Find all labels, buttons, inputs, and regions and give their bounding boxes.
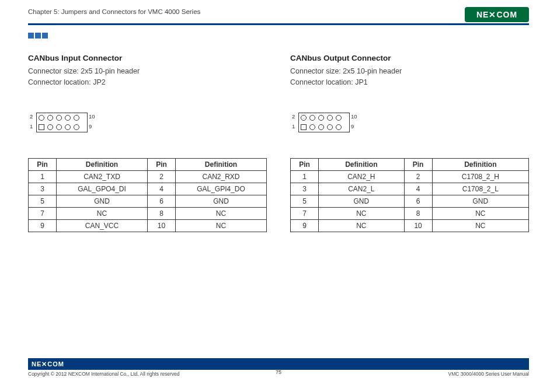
pin-circle-icon xyxy=(56,115,62,121)
cell-def: NC xyxy=(432,207,528,219)
pin-row-bot xyxy=(37,123,87,132)
pin-label-top-left: 2 xyxy=(30,113,33,120)
cell-def: NC xyxy=(319,219,405,232)
pin-table-input: Pin Definition Pin Definition 1 CAN2_TXD… xyxy=(28,158,267,232)
pin-table-output: Pin Definition Pin Definition 1 CAN2_H 2… xyxy=(290,158,529,232)
cell-def: NC xyxy=(319,207,405,219)
th-def: Definition xyxy=(319,158,405,170)
th-pin: Pin xyxy=(404,158,432,170)
cell-def: CAN2_TXD xyxy=(57,170,148,183)
pin-circle-icon xyxy=(65,124,71,130)
pin-label-top-right: 10 xyxy=(351,113,357,120)
square-icon xyxy=(35,33,41,38)
pin-label-bot-left: 1 xyxy=(30,123,33,130)
cell-def: GAL_GPI4_DO xyxy=(176,183,267,195)
pin-label-top-right: 10 xyxy=(89,113,95,120)
logo-x-icon: ✕ xyxy=(489,10,496,19)
page-header: Chapter 5: Jumpers and Connectors for VM… xyxy=(28,8,529,27)
cell-def: NC xyxy=(176,207,267,219)
pin-row-top xyxy=(37,113,87,123)
th-def: Definition xyxy=(176,158,267,170)
th-pin: Pin xyxy=(29,158,57,170)
th-pin: Pin xyxy=(148,158,176,170)
pin-circle-icon xyxy=(301,115,307,121)
cell-pin: 5 xyxy=(29,195,57,207)
connector-location: Connector location: JP2 xyxy=(28,77,267,88)
connector-location: Connector location: JP1 xyxy=(290,77,529,88)
cell-pin: 2 xyxy=(148,170,176,183)
table-row: 3 GAL_GPO4_DI 4 GAL_GPI4_DO xyxy=(29,183,267,195)
cell-pin: 9 xyxy=(29,219,57,232)
pin-diagram: 2 10 1 9 xyxy=(28,113,267,136)
cell-pin: 6 xyxy=(404,195,432,207)
content-area: CANbus Input Connector Connector size: 2… xyxy=(28,54,529,232)
cell-pin: 2 xyxy=(404,170,432,183)
table-header-row: Pin Definition Pin Definition xyxy=(291,158,529,170)
page-footer: NE✕COM Copyright © 2012 NEXCOM Internati… xyxy=(28,358,529,377)
cell-def: C1708_2_L xyxy=(432,183,528,195)
th-def: Definition xyxy=(432,158,528,170)
pin-square-icon xyxy=(301,124,307,130)
cell-pin: 7 xyxy=(29,207,57,219)
logo-x-icon: ✕ xyxy=(41,360,47,368)
square-icon xyxy=(28,33,34,38)
cell-def: NC xyxy=(432,219,528,232)
section-title: CANbus Output Connector xyxy=(290,54,529,62)
cell-pin: 10 xyxy=(148,219,176,232)
cell-pin: 8 xyxy=(404,207,432,219)
chapter-title: Chapter 5: Jumpers and Connectors for VM… xyxy=(28,8,200,15)
pin-box xyxy=(36,113,88,132)
pin-circle-icon xyxy=(327,115,333,121)
cell-def: GAL_GPO4_DI xyxy=(57,183,148,195)
cell-pin: 1 xyxy=(291,170,319,183)
pin-circle-icon xyxy=(47,124,53,130)
pin-circle-icon xyxy=(65,115,71,121)
pin-box xyxy=(298,113,350,132)
cell-pin: 6 xyxy=(148,195,176,207)
cell-def: CAN2_H xyxy=(319,170,405,183)
table-row: 3 CAN2_L 4 C1708_2_L xyxy=(291,183,529,195)
th-def: Definition xyxy=(57,158,148,170)
square-icon xyxy=(42,33,48,38)
cell-def: GND xyxy=(57,195,148,207)
cell-def: GND xyxy=(319,195,405,207)
pin-label-top-left: 2 xyxy=(292,113,295,120)
cell-pin: 3 xyxy=(291,183,319,195)
pin-label-bot-left: 1 xyxy=(292,123,295,130)
cell-pin: 5 xyxy=(291,195,319,207)
pin-label-bot-right: 9 xyxy=(351,123,354,130)
cell-def: CAN2_RXD xyxy=(176,170,267,183)
cell-def: CAN_VCC xyxy=(57,219,148,232)
table-header-row: Pin Definition Pin Definition xyxy=(29,158,267,170)
pin-row-bot xyxy=(299,123,349,132)
th-pin: Pin xyxy=(291,158,319,170)
pin-circle-icon xyxy=(309,115,315,121)
cell-pin: 8 xyxy=(148,207,176,219)
pin-circle-icon xyxy=(47,115,53,121)
table-row: 1 CAN2_H 2 C1708_2_H xyxy=(291,170,529,183)
footer-bar: NE✕COM xyxy=(28,358,529,370)
cell-def: GND xyxy=(432,195,528,207)
connector-size: Connector size: 2x5 10-pin header xyxy=(290,66,529,77)
pin-circle-icon xyxy=(318,115,324,121)
cell-def: NC xyxy=(57,207,148,219)
table-row: 9 CAN_VCC 10 NC xyxy=(29,219,267,232)
pin-square-icon xyxy=(39,124,44,130)
pin-circle-icon xyxy=(336,115,342,121)
pin-circle-icon xyxy=(39,115,44,121)
cell-def: NC xyxy=(176,219,267,232)
cell-pin: 10 xyxy=(404,219,432,232)
header-rule xyxy=(28,23,529,25)
decorative-squares xyxy=(28,30,49,41)
table-row: 7 NC 8 NC xyxy=(29,207,267,219)
pin-circle-icon xyxy=(336,124,342,130)
canbus-output-section: CANbus Output Connector Connector size: … xyxy=(290,54,529,232)
page-number: 75 xyxy=(28,369,529,375)
cell-pin: 4 xyxy=(148,183,176,195)
pin-circle-icon xyxy=(318,124,324,130)
table-row: 5 GND 6 GND xyxy=(291,195,529,207)
pin-circle-icon xyxy=(56,124,62,130)
logo-footer: NE✕COM xyxy=(32,360,64,368)
cell-def: GND xyxy=(176,195,267,207)
cell-pin: 3 xyxy=(29,183,57,195)
